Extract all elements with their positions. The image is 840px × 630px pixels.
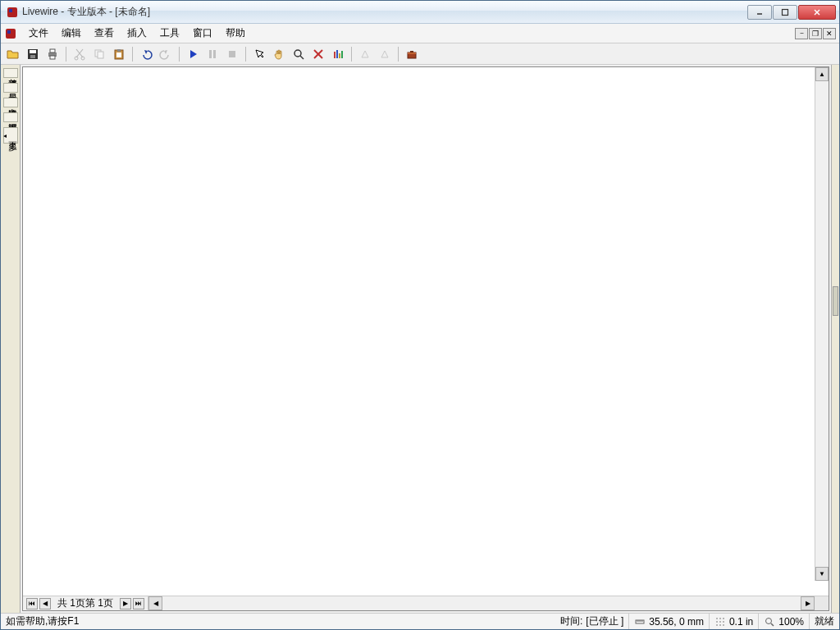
delete-button[interactable]	[309, 45, 327, 63]
svg-point-45	[723, 621, 724, 623]
tab-normal-mode[interactable]: 普通模式	[3, 68, 18, 78]
status-grid: 0.1 in	[710, 614, 759, 629]
run-button[interactable]	[184, 45, 202, 63]
ruler-icon	[634, 616, 646, 628]
svg-rect-1	[9, 9, 12, 12]
menu-view[interactable]: 查看	[88, 24, 121, 43]
status-time-label: 时间:	[560, 614, 582, 628]
workspace: 普通模式 显示电位 电流流动 逻辑电平 更多◂ ▲ ▼ ⏮ ◀ 共 1页第 1页…	[1, 65, 839, 613]
hand-button[interactable]	[270, 45, 288, 63]
svg-line-25	[300, 56, 304, 59]
svg-point-24	[294, 50, 301, 57]
toolbar	[1, 43, 839, 65]
open-button[interactable]	[4, 45, 22, 63]
app-window: Livewire - 专业版本 - [未命名] 文件 编辑 查看 插入 工具 窗…	[0, 0, 840, 630]
side-panel: 普通模式 显示电位 电流流动 逻辑电平 更多◂	[1, 65, 21, 613]
zoom-button[interactable]	[290, 45, 308, 63]
gallery-button[interactable]	[329, 45, 347, 63]
svg-rect-29	[336, 50, 338, 58]
mdi-controls: － ❐ ✕	[795, 28, 836, 39]
bottom-scroll-row: ⏮ ◀ 共 1页第 1页 ▶ ⏭ ◀ ▶	[23, 596, 829, 610]
scroll-up-button[interactable]: ▲	[815, 67, 829, 81]
rotate-left-button[interactable]	[356, 45, 374, 63]
svg-rect-3	[783, 9, 788, 15]
svg-rect-30	[339, 53, 340, 58]
svg-rect-28	[334, 52, 336, 58]
tab-more-label: 更多	[8, 135, 18, 136]
tab-logic-level[interactable]: 逻辑电平	[3, 112, 18, 122]
redo-button[interactable]	[157, 45, 175, 63]
right-panel-strip	[831, 65, 839, 613]
svg-rect-33	[408, 52, 416, 54]
toolbox-button[interactable]	[403, 45, 421, 63]
svg-rect-23	[229, 51, 235, 57]
chevron-left-icon: ◂	[2, 132, 8, 140]
status-time: 时间: [已停止 ]	[555, 614, 629, 629]
svg-point-48	[723, 624, 724, 626]
tab-current-flow[interactable]: 电流流动	[3, 98, 18, 107]
scroll-left-button[interactable]: ◀	[148, 596, 162, 610]
tab-show-potential[interactable]: 显示电位	[3, 83, 18, 93]
next-page-button[interactable]: ▶	[120, 598, 131, 609]
menu-file[interactable]: 文件	[22, 24, 55, 43]
status-zoom: 100%	[759, 614, 810, 629]
status-grid-value: 0.1 in	[729, 616, 753, 628]
save-button[interactable]	[24, 45, 42, 63]
minimize-button[interactable]	[747, 5, 772, 20]
svg-rect-22	[213, 50, 216, 58]
svg-rect-10	[30, 55, 35, 58]
status-coords: 35.56, 0 mm	[629, 614, 710, 629]
menu-insert[interactable]: 插入	[121, 24, 153, 43]
svg-point-41	[719, 618, 721, 619]
menu-bar: 文件 编辑 查看 插入 工具 窗口 帮助 － ❐ ✕	[1, 24, 839, 43]
scroll-corner	[815, 596, 829, 610]
grid-icon	[714, 616, 726, 628]
prev-page-button[interactable]: ◀	[39, 598, 51, 609]
mdi-restore-button[interactable]: ❐	[809, 28, 822, 39]
menu-tools[interactable]: 工具	[153, 24, 186, 43]
close-button[interactable]	[798, 5, 836, 20]
zoom-icon	[764, 616, 775, 628]
copy-button[interactable]	[90, 45, 108, 63]
rotate-right-button[interactable]	[376, 45, 394, 63]
document-area: ▲ ▼ ⏮ ◀ 共 1页第 1页 ▶ ⏭ ◀ ▶	[22, 66, 829, 611]
svg-rect-9	[30, 50, 36, 53]
horizontal-scrollbar[interactable]: ◀ ▶	[148, 596, 815, 610]
stop-button[interactable]	[223, 45, 241, 63]
menu-window[interactable]: 窗口	[186, 24, 219, 43]
pointer-button[interactable]	[250, 45, 268, 63]
paste-button[interactable]	[110, 45, 128, 63]
last-page-button[interactable]: ⏭	[133, 598, 144, 609]
svg-point-44	[719, 621, 721, 623]
canvas[interactable]: ▲ ▼	[23, 67, 829, 596]
svg-point-46	[716, 624, 718, 626]
cut-button[interactable]	[71, 45, 89, 63]
svg-rect-13	[50, 56, 55, 59]
svg-rect-31	[341, 51, 343, 58]
menu-edit[interactable]: 编辑	[55, 24, 88, 43]
svg-rect-12	[50, 49, 55, 52]
maximize-button[interactable]	[773, 5, 797, 20]
scroll-right-button[interactable]: ▶	[801, 596, 815, 610]
vertical-scrollbar[interactable]: ▲ ▼	[815, 67, 829, 581]
undo-button[interactable]	[137, 45, 155, 63]
svg-rect-20	[116, 52, 121, 57]
svg-point-43	[716, 621, 718, 623]
status-bar: 如需帮助,请按F1 时间: [已停止 ] 35.56, 0 mm 0.1 in …	[1, 613, 839, 629]
panel-handle[interactable]	[833, 286, 838, 316]
status-help-hint: 如需帮助,请按F1	[1, 614, 555, 629]
svg-point-47	[719, 624, 721, 626]
print-button[interactable]	[43, 45, 62, 63]
tab-more[interactable]: 更多◂	[3, 127, 18, 144]
svg-rect-19	[117, 49, 121, 52]
scroll-down-button[interactable]: ▼	[815, 567, 829, 581]
mdi-minimize-button[interactable]: －	[795, 28, 808, 39]
title-bar: Livewire - 专业版本 - [未命名]	[1, 1, 839, 24]
pause-button[interactable]	[203, 45, 221, 63]
page-label: 共 1页第 1页	[52, 596, 118, 610]
page-navigator: ⏮ ◀ 共 1页第 1页 ▶ ⏭	[23, 596, 148, 610]
menu-help[interactable]: 帮助	[219, 24, 252, 43]
status-time-value: [已停止 ]	[586, 614, 623, 628]
mdi-close-button[interactable]: ✕	[823, 28, 836, 39]
first-page-button[interactable]: ⏮	[26, 598, 38, 609]
